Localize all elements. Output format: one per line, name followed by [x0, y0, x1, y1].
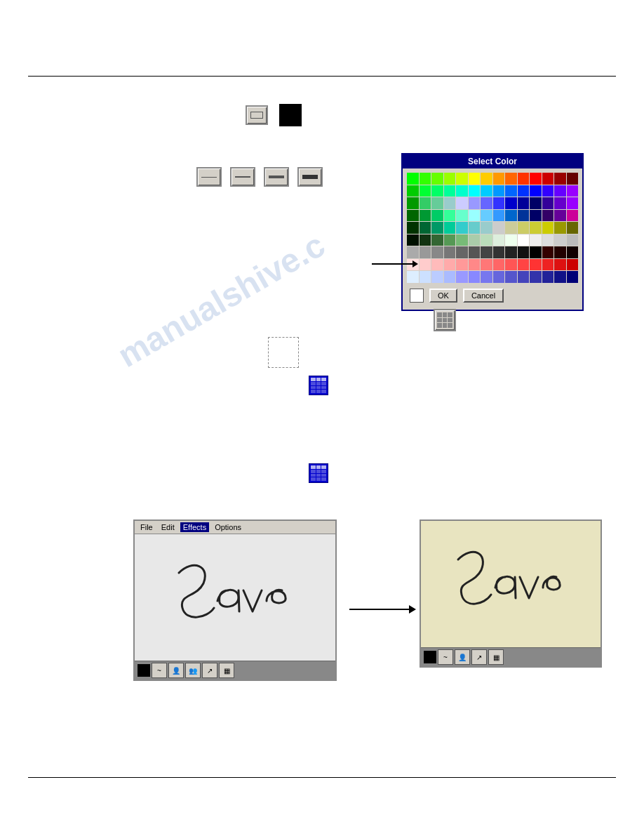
color-swatch[interactable]	[567, 246, 579, 258]
color-swatch[interactable]	[469, 197, 481, 209]
color-swatch[interactable]	[567, 173, 579, 185]
color-swatch[interactable]	[567, 222, 579, 234]
toolbar-btn-person-r[interactable]: 👤	[455, 649, 470, 665]
color-swatch[interactable]	[456, 197, 468, 209]
color-swatch[interactable]	[481, 271, 492, 283]
color-swatch[interactable]	[554, 271, 566, 283]
toolbar-btn-person2-r[interactable]: ↗	[471, 649, 487, 665]
color-swatch[interactable]	[493, 222, 505, 234]
color-swatch[interactable]	[518, 222, 530, 234]
color-swatch[interactable]	[444, 259, 456, 271]
color-swatch[interactable]	[481, 173, 492, 185]
color-swatch[interactable]	[542, 259, 554, 271]
color-swatch[interactable]	[481, 185, 492, 197]
color-swatch[interactable]	[444, 234, 456, 246]
color-swatch[interactable]	[505, 234, 517, 246]
color-swatch[interactable]	[431, 185, 443, 197]
menu-options[interactable]: Options	[212, 522, 244, 532]
color-swatch[interactable]	[518, 246, 530, 258]
color-swatch[interactable]	[505, 259, 517, 271]
color-swatch[interactable]	[444, 222, 456, 234]
color-swatch[interactable]	[431, 210, 443, 222]
color-swatch[interactable]	[420, 259, 431, 271]
color-swatch[interactable]	[530, 197, 542, 209]
color-swatch[interactable]	[493, 271, 505, 283]
color-swatch[interactable]	[481, 259, 492, 271]
color-swatch[interactable]	[431, 271, 443, 283]
toolbar-btn-person2[interactable]: 👥	[185, 663, 201, 678]
color-swatch[interactable]	[542, 210, 554, 222]
color-swatch[interactable]	[542, 173, 554, 185]
ok-button[interactable]: OK	[429, 289, 457, 303]
color-swatch[interactable]	[518, 197, 530, 209]
toolbar-btn-cursor[interactable]: ↗	[202, 663, 217, 678]
color-swatch[interactable]	[456, 259, 468, 271]
color-swatch[interactable]	[469, 259, 481, 271]
color-swatch[interactable]	[505, 222, 517, 234]
color-swatch[interactable]	[431, 259, 443, 271]
grid-properties-icon[interactable]	[434, 309, 456, 331]
color-swatch[interactable]	[554, 210, 566, 222]
color-swatch[interactable]	[567, 234, 579, 246]
color-swatch[interactable]	[567, 210, 579, 222]
color-swatch[interactable]	[542, 271, 554, 283]
color-swatch[interactable]	[493, 234, 505, 246]
color-swatch[interactable]	[431, 222, 443, 234]
color-swatch[interactable]	[420, 222, 431, 234]
color-swatch[interactable]	[518, 234, 530, 246]
toolbar-btn-grid-r[interactable]: ▦	[488, 649, 504, 665]
color-swatch[interactable]	[530, 271, 542, 283]
color-swatch[interactable]	[420, 173, 431, 185]
color-swatch[interactable]	[493, 246, 505, 258]
color-swatch[interactable]	[407, 197, 419, 209]
color-swatch[interactable]	[407, 173, 419, 185]
color-swatch[interactable]	[530, 210, 542, 222]
color-swatch[interactable]	[505, 271, 517, 283]
line-xthick-button[interactable]	[297, 167, 323, 187]
color-swatch[interactable]	[420, 234, 431, 246]
color-swatch[interactable]	[481, 234, 492, 246]
color-swatch[interactable]	[420, 210, 431, 222]
color-swatch[interactable]	[456, 185, 468, 197]
toolbar-btn-grid[interactable]: ▦	[219, 663, 234, 678]
color-swatch[interactable]	[407, 222, 419, 234]
color-swatch[interactable]	[493, 197, 505, 209]
color-swatch[interactable]	[505, 210, 517, 222]
color-swatch[interactable]	[554, 234, 566, 246]
color-swatch[interactable]	[407, 234, 419, 246]
color-swatch[interactable]	[554, 222, 566, 234]
color-swatch[interactable]	[530, 234, 542, 246]
color-swatch[interactable]	[542, 234, 554, 246]
color-swatch[interactable]	[469, 185, 481, 197]
menu-edit[interactable]: Edit	[159, 522, 177, 532]
color-swatch[interactable]	[469, 210, 481, 222]
color-swatch[interactable]	[431, 197, 443, 209]
toolbar-btn-wave[interactable]: ~	[152, 663, 167, 678]
color-swatch[interactable]	[407, 185, 419, 197]
color-swatch[interactable]	[567, 185, 579, 197]
menu-effects[interactable]: Effects	[180, 522, 209, 532]
toolbar-btn-person[interactable]: 👤	[168, 663, 184, 678]
color-swatch[interactable]	[518, 185, 530, 197]
color-swatch[interactable]	[530, 246, 542, 258]
cancel-button[interactable]: Cancel	[463, 289, 504, 303]
color-swatch[interactable]	[444, 173, 456, 185]
color-swatch[interactable]	[420, 271, 431, 283]
color-swatch[interactable]	[542, 185, 554, 197]
color-swatch[interactable]	[530, 259, 542, 271]
line-thick-button[interactable]	[264, 167, 289, 187]
color-swatch[interactable]	[420, 246, 431, 258]
color-swatch[interactable]	[456, 271, 468, 283]
color-swatch[interactable]	[420, 185, 431, 197]
color-swatch[interactable]	[444, 271, 456, 283]
color-swatch[interactable]	[456, 234, 468, 246]
color-swatch[interactable]	[431, 173, 443, 185]
color-swatch[interactable]	[554, 185, 566, 197]
color-swatch[interactable]	[554, 197, 566, 209]
color-swatch[interactable]	[554, 259, 566, 271]
color-swatch[interactable]	[567, 259, 579, 271]
color-swatch[interactable]	[530, 173, 542, 185]
color-swatch[interactable]	[505, 185, 517, 197]
color-swatch[interactable]	[481, 210, 492, 222]
color-button-icon[interactable]	[246, 105, 268, 125]
